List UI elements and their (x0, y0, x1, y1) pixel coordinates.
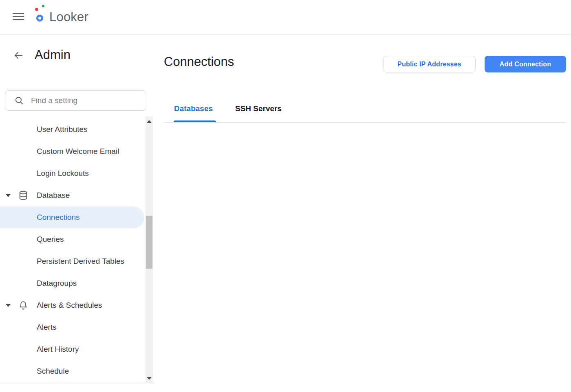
tab-ssh-servers[interactable]: SSH Servers (235, 104, 282, 113)
connections-main: Connections Public IP Addresses Add Conn… (155, 35, 571, 392)
public-ip-addresses-button[interactable]: Public IP Addresses (383, 56, 476, 72)
page-title: Connections (164, 54, 234, 70)
sidebar-item-database[interactable]: Database (0, 184, 155, 206)
add-connection-button[interactable]: Add Connection (485, 56, 566, 72)
app-name: Looker (49, 10, 88, 24)
looker-admin-page: Looker ? (0, 0, 571, 392)
tab-databases[interactable]: Databases (174, 104, 213, 113)
search-icon (14, 96, 24, 105)
sidebar-item-login-lockouts[interactable]: Login Lockouts (0, 162, 155, 184)
sidebar-item-alerts[interactable]: Alerts (0, 316, 155, 338)
admin-sidebar: Admin User Attributes Custom Welcome Ema… (0, 35, 155, 383)
settings-nav: User Attributes Custom Welcome Email Log… (0, 118, 155, 382)
looker-logo-icon (35, 4, 49, 27)
scroll-down-arrow-icon[interactable] (147, 377, 152, 380)
sidebar-item-alert-history[interactable]: Alert History (0, 338, 155, 360)
sidebar-item-user-attributes[interactable]: User Attributes (0, 118, 155, 140)
sidebar-item-schedule[interactable]: Schedule (0, 360, 155, 382)
sidebar-item-datagroups[interactable]: Datagroups (0, 272, 155, 294)
find-setting-search[interactable] (5, 90, 146, 111)
sidebar-item-persistent-derived-tables[interactable]: Persistent Derived Tables (0, 250, 155, 272)
tabs-divider (164, 122, 566, 123)
search-input[interactable] (31, 96, 133, 105)
top-app-bar: Looker ? (0, 0, 571, 35)
sidebar-item-queries[interactable]: Queries (0, 228, 155, 250)
scrollbar-thumb[interactable] (146, 216, 152, 269)
database-icon (18, 190, 29, 201)
sidebar-scrollbar[interactable] (146, 116, 153, 383)
scroll-up-arrow-icon[interactable] (147, 120, 152, 123)
hamburger-menu-icon[interactable] (13, 13, 24, 21)
bell-icon (18, 300, 29, 311)
collapse-triangle-icon[interactable] (6, 194, 11, 197)
sidebar-item-alerts-schedules[interactable]: Alerts & Schedules (0, 294, 155, 316)
sidebar-title: Admin (35, 47, 71, 63)
sidebar-item-custom-welcome-email[interactable]: Custom Welcome Email (0, 140, 155, 162)
collapse-triangle-icon[interactable] (6, 304, 11, 307)
back-arrow-icon[interactable] (13, 50, 24, 61)
sidebar-item-connections[interactable]: Connections (0, 206, 144, 228)
